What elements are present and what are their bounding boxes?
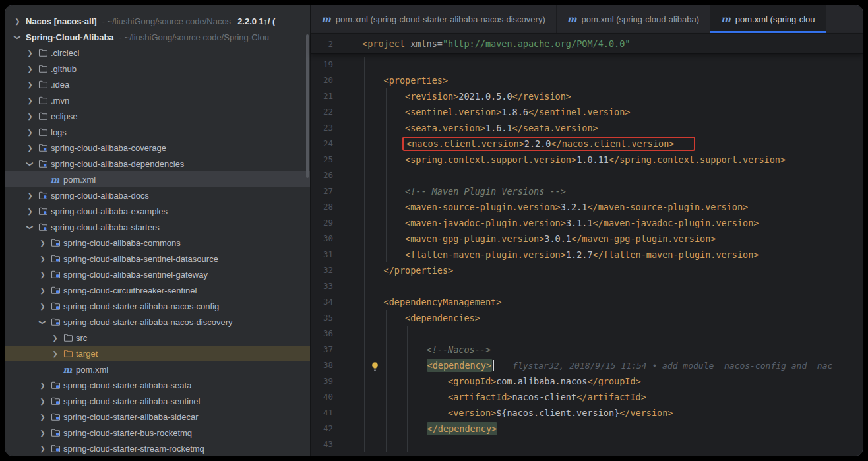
code-line[interactable]: 37 <!--Nacos--> [311,342,863,357]
chevron-right-icon[interactable]: ❯ [36,271,49,278]
code-line[interactable]: 22 <sentinel.version>1.8.6</sentinel.ver… [311,104,863,120]
tree-row-spring-cloud-alibaba-docs[interactable]: ❯spring-cloud-alibaba-docs [5,187,310,203]
tree-row-spring-cloud-starter-alibaba-seata[interactable]: ❯spring-cloud-starter-alibaba-seata [5,377,310,393]
chevron-right-icon[interactable]: ❯ [24,49,36,57]
tree-row-pom-xml[interactable]: mpom.xml [5,361,310,377]
tree-row-target[interactable]: ❯target [5,346,310,361]
editor-tab-pom-xml-spring-clou[interactable]: mpom.xml (spring-clou [710,5,826,33]
code-line[interactable]: 35 <dependencies> [311,310,863,326]
code-line[interactable]: 19 [311,57,863,73]
tree-row-spring-cloud-starter-alibaba-nacos-discovery[interactable]: ❯spring-cloud-starter-alibaba-nacos-disc… [5,314,310,330]
code-line[interactable]: 29 <maven-javadoc-plugin.version>3.1.1</… [311,215,863,231]
chevron-right-icon[interactable]: ❯ [36,382,49,389]
chevron-right-icon[interactable]: ❯ [36,239,49,247]
code-line[interactable]: 21 <revision>2021.0.5.0</revision> [311,88,863,104]
code-editor[interactable]: 1920 <properties>21 <revision>2021.0.5.0… [311,54,863,456]
chevron-right-icon[interactable]: ❯ [24,144,36,152]
code-line[interactable]: 23 <seata.version>1.6.1</seata.version> [311,120,863,136]
editor-tab-pom-xml-spring-cloud-alibaba[interactable]: mpom.xml (spring-cloud-alibaba) [557,5,710,33]
chevron-right-icon[interactable]: ❯ [36,303,49,310]
code-line[interactable]: 28 <maven-source-plugin.version>3.2.1</m… [311,199,863,215]
chevron-right-icon[interactable]: ❯ [36,414,49,421]
code-line[interactable]: 40 <artifactId>nacos-client</artifactId> [311,389,863,405]
maven-icon: m [721,14,731,24]
tree-row-github[interactable]: ❯.github [5,61,310,77]
chevron-right-icon[interactable]: ❯ [36,398,49,405]
code-line[interactable]: 42 </dependency> [311,421,863,437]
chevron-right-icon[interactable]: ❯ [36,429,49,437]
tree-row-spring-cloud-alibaba-starters[interactable]: ❯spring-cloud-alibaba-starters [5,219,310,235]
tree-row-src[interactable]: ❯src [5,330,310,346]
chevron-right-icon[interactable]: ❯ [11,18,24,25]
chevron-right-icon[interactable]: ❯ [49,350,61,357]
chevron-right-icon[interactable]: ❯ [24,192,36,199]
line-number: 2 [311,39,333,49]
chevron-right-icon[interactable]: ❯ [24,81,36,88]
chevron-right-icon[interactable]: ❯ [24,97,36,104]
tree-row-spring-cloud-alibaba-sentinel-gateway[interactable]: ❯spring-cloud-alibaba-sentinel-gateway [5,266,310,282]
code-line[interactable]: 24 <nacos.client.version>2.2.0</nacos.cl… [311,136,863,152]
tree-row-pom-xml[interactable]: mpom.xml [5,171,310,187]
intention-bulb-icon[interactable] [370,360,380,370]
chevron-right-icon[interactable]: ❯ [24,129,36,136]
code-line[interactable]: 25 <spring.context.support.version>1.0.1… [311,152,863,168]
ide-window: ❯Nacos [nacos-all]- ~/liushiGong/source … [5,5,863,456]
tree-row-spring-cloud-alibaba[interactable]: ❯Spring-Cloud-Alibaba- ~/liushiGong/sour… [5,29,310,45]
chevron-right-icon[interactable]: ❯ [24,65,36,73]
token-tag: <maven-source-plugin.version> [405,202,561,212]
code-line[interactable]: 34 <dependencyManagement> [311,294,863,310]
tree-row-circleci[interactable]: ❯.circleci [5,45,310,61]
tree-row-spring-cloud-alibaba-dependencies[interactable]: ❯spring-cloud-alibaba-dependencies [5,156,310,171]
tree-row-logs[interactable]: ❯logs [5,124,310,140]
tree-row-mvn[interactable]: ❯.mvn [5,92,310,108]
sticky-code-line[interactable]: 2<project xmlns="http://maven.apache.org… [311,36,630,51]
project-tree-scrollbar[interactable] [306,34,309,178]
line-number: 19 [311,57,333,73]
tree-item-label: spring-cloud-starter-alibaba-nacos-confi… [63,301,219,311]
sticky-header-line[interactable]: 2<project xmlns="http://maven.apache.org… [311,34,863,54]
code-line[interactable]: 32 </properties> [311,262,863,278]
code-line[interactable]: 31 <flatten-maven-plugin.version>1.2.7</… [311,247,863,262]
code-line[interactable]: 20 <properties> [311,73,863,88]
chevron-down-icon[interactable]: ❯ [26,158,34,170]
tree-row-nacos-nacos-all[interactable]: ❯Nacos [nacos-all]- ~/liushiGong/source … [5,13,310,29]
code-line[interactable]: 30 <maven-gpg-plugin.version>3.0.1</mave… [311,231,863,247]
code-line[interactable]: 33 [311,278,863,294]
tree-row-spring-cloud-alibaba-sentinel-datasource[interactable]: ❯spring-cloud-alibaba-sentinel-datasourc… [5,251,310,266]
chevron-right-icon[interactable]: ❯ [36,445,49,452]
tree-row-spring-cloud-starter-alibaba-sentinel[interactable]: ❯spring-cloud-starter-alibaba-sentinel [5,393,310,409]
maven-icon: m [321,14,331,24]
editor-tab-pom-xml-spring-cloud-starter-alibaba-nacos-discovery[interactable]: mpom.xml (spring-cloud-starter-alibaba-n… [311,5,557,33]
chevron-right-icon[interactable]: ❯ [36,255,49,262]
code-line[interactable]: 41 <version>${nacos.client.version}</ver… [311,405,863,421]
tree-item-label: target [76,349,98,359]
code-line[interactable]: 26 [311,168,863,183]
code-line[interactable]: 43 [311,437,863,452]
chevron-right-icon[interactable]: ❯ [49,334,61,342]
chevron-right-icon[interactable]: ❯ [36,287,49,294]
code-line[interactable]: 27 <!-- Maven Plugin Versions --> [311,183,863,199]
code-line[interactable]: 36 [311,326,863,342]
tree-row-spring-cloud-alibaba-coverage[interactable]: ❯spring-cloud-alibaba-coverage [5,140,310,156]
tree-row-spring-cloud-starter-alibaba-nacos-config[interactable]: ❯spring-cloud-starter-alibaba-nacos-conf… [5,298,310,314]
tree-row-spring-cloud-alibaba-examples[interactable]: ❯spring-cloud-alibaba-examples [5,203,310,219]
chevron-right-icon[interactable]: ❯ [24,113,36,120]
indent-whitespace [362,423,427,434]
tree-row-spring-cloud-alibaba-commons[interactable]: ❯spring-cloud-alibaba-commons [5,235,310,251]
chevron-right-icon[interactable]: ❯ [24,208,36,215]
token-taghl: <dependency> [427,359,493,372]
indent-whitespace [362,218,405,228]
tree-row-spring-cloud-circuitbreaker-sentinel[interactable]: ❯spring-cloud-circuitbreaker-sentinel [5,282,310,298]
code-line[interactable]: 38 <dependency>flystar32, 2018/9/15 11:5… [311,357,863,373]
tree-row-spring-cloud-starter-alibaba-sidecar[interactable]: ❯spring-cloud-starter-alibaba-sidecar [5,409,310,425]
chevron-down-icon[interactable]: ❯ [26,221,34,233]
chevron-down-icon[interactable]: ❯ [14,31,21,44]
token-tag: </maven-gpg-plugin.version> [571,233,716,244]
maven-icon: m [567,14,577,24]
tree-row-eclipse[interactable]: ❯eclipse [5,108,310,124]
chevron-down-icon[interactable]: ❯ [39,316,46,328]
code-line[interactable]: 39 <groupId>com.alibaba.nacos</groupId> [311,373,863,389]
tree-row-spring-cloud-starter-bus-rocketmq[interactable]: ❯spring-cloud-starter-bus-rocketmq [5,425,310,441]
tree-row-idea[interactable]: ❯.idea [5,77,310,92]
tree-row-spring-cloud-starter-stream-rocketmq[interactable]: ❯spring-cloud-starter-stream-rocketmq [5,441,310,456]
